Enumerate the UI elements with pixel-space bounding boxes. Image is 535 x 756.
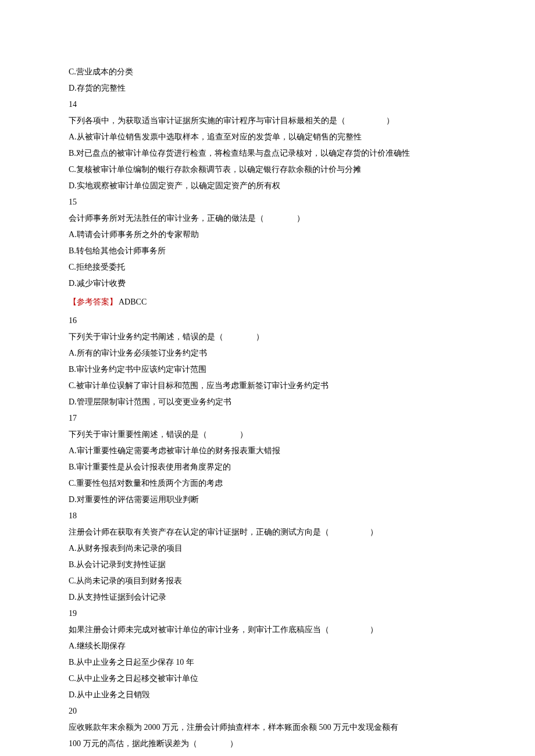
q19-option-a: A.继续长期保存 — [69, 638, 466, 654]
q15-option-b: B.转包给其他会计师事务所 — [69, 243, 466, 259]
answer-key: ADBCC — [119, 298, 147, 306]
q19-option-b: B.从中止业务之日起至少保存 10 年 — [69, 654, 466, 671]
q14-option-c: C.复核被审计单位编制的银行存款余额调节表，以确定银行存款余额的计价与分摊 — [69, 162, 466, 178]
q18-option-c: C.从尚未记录的项目到财务报表 — [69, 573, 466, 589]
q20-number: 20 — [69, 703, 466, 719]
q18-stem: 注册会计师在获取有关资产存在认定的审计证据时，正确的测试方向是（ ） — [69, 524, 466, 540]
q14-number: 14 — [69, 96, 466, 113]
q19-number: 19 — [69, 605, 466, 622]
q14-option-b: B.对已盘点的被审计单位存货进行检查，将检查结果与盘点记录核对，以确定存货的计价… — [69, 145, 466, 162]
q17-option-a: A.审计重要性确定需要考虑被审计单位的财务报表重大错报 — [69, 443, 466, 459]
q16-option-d: D.管理层限制审计范围，可以变更业务约定书 — [69, 394, 466, 410]
q17-stem: 下列关于审计重要性阐述，错误的是（ ） — [69, 427, 466, 443]
q16-number: 16 — [69, 313, 466, 329]
q17-number: 17 — [69, 410, 466, 427]
answer-block-1: 【参考答案】ADBCC — [69, 294, 466, 310]
q15-option-d: D.减少审计收费 — [69, 275, 466, 292]
q18-number: 18 — [69, 508, 466, 524]
q16-option-b: B.审计业务约定书中应该约定审计范围 — [69, 361, 466, 378]
q18-option-d: D.从支持性证据到会计记录 — [69, 589, 466, 605]
q18-option-a: A.从财务报表到尚未记录的项目 — [69, 540, 466, 557]
q14-option-a: A.从被审计单位销售发票中选取样本，追查至对应的发货单，以确定销售的完整性 — [69, 129, 466, 145]
document-page: C.营业成本的分类 D.存货的完整性 14 下列各项中，为获取适当审计证据所实施… — [0, 0, 535, 756]
q17-option-b: B.审计重要性是从会计报表使用者角度界定的 — [69, 459, 466, 475]
q20-stem-line1: 应收账款年末余额为 2000 万元，注册会计师抽查样本，样本账面余额 500 万… — [69, 719, 466, 736]
q17-option-c: C.重要性包括对数量和性质两个方面的考虑 — [69, 475, 466, 492]
q19-option-c: C.从中止业务之日起移交被审计单位 — [69, 671, 466, 687]
q20-stem-line2: 100 万元的高估，据此推断误差为（ ） — [69, 736, 466, 752]
q19-option-d: D.从中止业务之日销毁 — [69, 687, 466, 703]
q16-option-a: A.所有的审计业务必须签订业务约定书 — [69, 345, 466, 361]
q15-stem: 会计师事务所对无法胜任的审计业务，正确的做法是（ ） — [69, 210, 466, 227]
q15-number: 15 — [69, 194, 466, 210]
q15-option-c: C.拒绝接受委托 — [69, 259, 466, 275]
q19-stem: 如果注册会计师未完成对被审计单位的审计业务，则审计工作底稿应当（ ） — [69, 622, 466, 638]
q17-option-d: D.对重要性的评估需要运用职业判断 — [69, 492, 466, 508]
answer-label: 【参考答案】 — [69, 298, 117, 306]
q13-option-c: C.营业成本的分类 — [69, 64, 466, 80]
q14-stem: 下列各项中，为获取适当审计证据所实施的审计程序与审计目标最相关的是（ ） — [69, 113, 466, 129]
q16-option-c: C.被审计单位误解了审计目标和范围，应当考虑重新签订审计业务约定书 — [69, 378, 466, 394]
q14-option-d: D.实地观察被审计单位固定资产，以确定固定资产的所有权 — [69, 178, 466, 194]
q18-option-b: B.从会计记录到支持性证据 — [69, 557, 466, 573]
q16-stem: 下列关于审计业务约定书阐述，错误的是（ ） — [69, 329, 466, 345]
q15-option-a: A.聘请会计师事务所之外的专家帮助 — [69, 227, 466, 243]
q13-option-d: D.存货的完整性 — [69, 80, 466, 96]
